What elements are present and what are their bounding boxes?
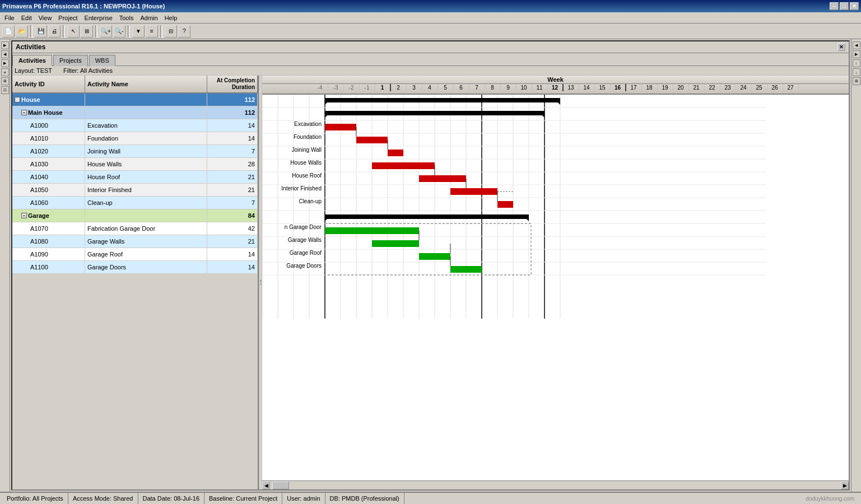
toolbar-zoom-out[interactable]: 🔍- xyxy=(113,25,125,38)
panel-close-button[interactable]: ✕ xyxy=(837,43,845,51)
sidebar-icon-5[interactable]: ⊞ xyxy=(1,77,9,85)
cell-act-name xyxy=(85,106,207,119)
cell-act-name: House Walls xyxy=(85,158,207,170)
sidebar-icon-4[interactable]: ≡ xyxy=(1,68,9,76)
gantt-bar-garagedoors xyxy=(450,266,482,273)
gantt-bar-foundation xyxy=(356,137,388,143)
gantt-bar-housewalls xyxy=(372,162,435,169)
gantt-label-fabgaragedoor: n Garage Door xyxy=(285,224,322,230)
menu-view[interactable]: View xyxy=(35,13,55,22)
table-row[interactable]: A1070 Fabrication Garage Door 42 xyxy=(12,222,258,235)
gantt-label-garagedoors: Garage Doors xyxy=(286,263,322,269)
cell-duration: 21 xyxy=(207,184,258,196)
table-row[interactable]: A1090 Garage Roof 14 xyxy=(12,248,258,261)
table-row[interactable]: A1100 Garage Doors 14 xyxy=(12,261,258,274)
right-icon-expand[interactable]: ◀ xyxy=(853,41,860,49)
scroll-left-button[interactable]: ◀ xyxy=(262,482,270,489)
menu-project[interactable]: Project xyxy=(55,13,81,22)
table-row[interactable]: − Main House 112 xyxy=(12,106,258,119)
gantt-scrollbar[interactable]: ◀ ▶ xyxy=(262,480,849,489)
menu-file[interactable]: File xyxy=(1,13,18,22)
collapse-button[interactable]: − xyxy=(21,110,27,115)
cell-act-name xyxy=(85,94,207,106)
panel-header: Activities ✕ xyxy=(12,41,849,53)
toolbar-new[interactable]: 📄 xyxy=(2,25,15,38)
table-row[interactable]: A1040 House Roof 21 xyxy=(12,171,258,184)
table-row[interactable]: A1010 Foundation 14 xyxy=(12,132,258,145)
menu-edit[interactable]: Edit xyxy=(18,13,35,22)
scroll-thumb[interactable] xyxy=(272,482,289,489)
menu-tools[interactable]: Tools xyxy=(116,13,137,22)
sidebar-icon-3[interactable]: ▶ xyxy=(1,59,9,67)
cell-act-id: A1070 xyxy=(12,222,85,235)
col-header-activity-id[interactable]: Activity ID xyxy=(12,76,85,92)
toolbar-select[interactable]: ⊞ xyxy=(81,25,93,38)
cell-act-name: Fabrication Garage Door xyxy=(85,222,207,235)
tab-wbs[interactable]: WBS xyxy=(89,55,115,66)
sidebar-icon-6[interactable]: ⊡ xyxy=(1,86,9,94)
col-header-activity-name[interactable]: Activity Name xyxy=(85,76,207,92)
cell-act-name: Garage Doors xyxy=(85,261,207,273)
right-icon-5[interactable]: ⊞ xyxy=(853,77,860,85)
layout-label: Layout: TEST xyxy=(15,67,52,74)
toolbar-filter[interactable]: ▼ xyxy=(132,25,145,38)
menu-admin[interactable]: Admin xyxy=(137,13,161,22)
cell-act-id: A1080 xyxy=(12,235,85,248)
gantt-label-joiningwall: Joining Wall xyxy=(291,147,322,153)
toolbar-open[interactable]: 📂 xyxy=(16,25,28,38)
status-baseline: Baseline: Current Project xyxy=(204,493,282,504)
table-row[interactable]: A1080 Garage Walls 21 xyxy=(12,235,258,248)
cell-act-name: Clean-up xyxy=(85,197,207,209)
toolbar-layout[interactable]: ⊟ xyxy=(165,25,177,38)
toolbar-print[interactable]: 🖨 xyxy=(48,25,60,38)
menu-help[interactable]: Help xyxy=(161,13,181,22)
gantt-bar-house-summary xyxy=(325,98,560,102)
tab-activities[interactable]: Activities xyxy=(12,55,52,66)
gantt-bar-intfinished xyxy=(450,188,497,195)
table-row[interactable]: − House 112 xyxy=(12,94,258,106)
right-icon-2[interactable]: ▶ xyxy=(853,50,860,58)
gantt-bar-mainhouse-summary xyxy=(325,111,544,115)
grid-header: Activity ID Activity Name At Completion … xyxy=(12,76,258,94)
toolbar-help[interactable]: ? xyxy=(178,25,190,38)
sidebar-icon-1[interactable]: ▶ xyxy=(1,41,9,49)
activities-panel: Activities ✕ Activities Projects WBS Lay… xyxy=(11,40,850,491)
cell-act-id: − House xyxy=(12,94,85,106)
right-sidebar: ◀ ▶ ↑ ↓ ⊞ xyxy=(851,39,861,492)
gantt-label-garagewalls: Garage Walls xyxy=(288,237,322,243)
table-row[interactable]: A1000 Excavation 14 xyxy=(12,119,258,132)
gantt-bar-fabgaragedoor xyxy=(325,227,419,234)
toolbar-filter2[interactable]: ≡ xyxy=(146,25,158,38)
table-row[interactable]: A1050 Interior Finished 21 xyxy=(12,184,258,197)
sidebar-icon-2[interactable]: ◀ xyxy=(1,50,9,58)
tab-projects[interactable]: Projects xyxy=(53,55,88,66)
collapse-button[interactable]: − xyxy=(21,213,27,218)
table-row[interactable]: − Garage 84 xyxy=(12,209,258,222)
cell-act-name: Interior Finished xyxy=(85,184,207,196)
status-bar: Portfolio: All Projects Access Mode: Sha… xyxy=(0,492,861,504)
collapse-button[interactable]: − xyxy=(15,97,20,102)
cell-act-id: A1100 xyxy=(12,261,85,273)
scroll-right-button[interactable]: ▶ xyxy=(841,482,849,489)
gantt-body: Excavation Foundation Joining Wall House… xyxy=(262,95,849,480)
menu-enterprise[interactable]: Enterprise xyxy=(81,13,116,22)
close-button[interactable]: ✕ xyxy=(850,2,859,10)
toolbar-zoom-in[interactable]: 🔍+ xyxy=(100,25,112,38)
right-icon-4[interactable]: ↓ xyxy=(853,68,860,76)
svg-marker-36 xyxy=(325,115,327,118)
maximize-button[interactable]: □ xyxy=(840,2,849,10)
cell-act-id: A1020 xyxy=(12,145,85,157)
col-header-duration[interactable]: At Completion Duration xyxy=(207,76,258,92)
grid-body: − House 112 − Main House xyxy=(12,94,258,489)
minimize-button[interactable]: ─ xyxy=(830,2,839,10)
right-icon-3[interactable]: ↑ xyxy=(853,59,860,67)
table-row[interactable]: A1030 House Walls 28 xyxy=(12,158,258,171)
table-row[interactable]: A1060 Clean-up 7 xyxy=(12,197,258,209)
table-row[interactable]: A1020 Joining Wall 7 xyxy=(12,145,258,158)
gantt-bar-excavation xyxy=(325,124,356,130)
status-db: DB: PMDB (Professional) xyxy=(325,493,404,504)
gantt-chart: Week -4 -3 -2 -1 1 2 3 4 5 6 xyxy=(262,76,849,489)
gantt-label-excavation: Excavation xyxy=(294,121,322,127)
toolbar-save[interactable]: 💾 xyxy=(35,25,47,38)
toolbar-cursor[interactable]: ↖ xyxy=(67,25,80,38)
